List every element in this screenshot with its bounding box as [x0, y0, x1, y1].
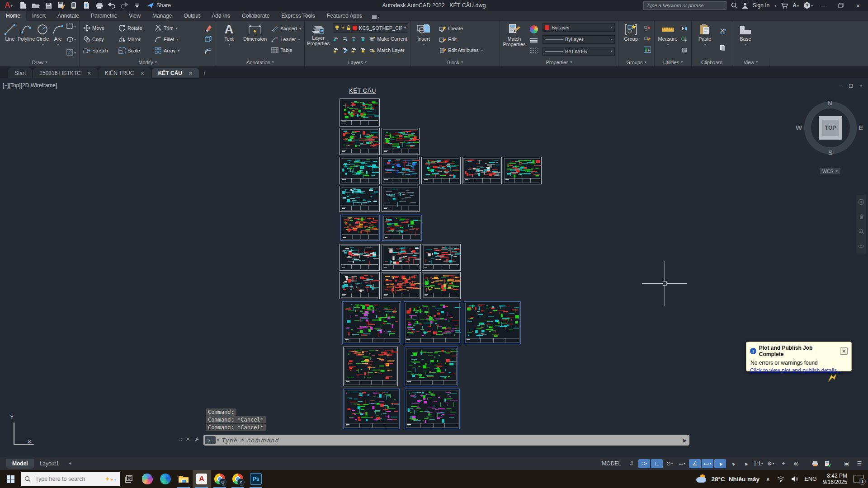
layer-sun2-icon[interactable] [351, 47, 357, 53]
block-edit-button[interactable]: Edit [439, 34, 483, 45]
layout-sheet-thumbnail[interactable] [340, 128, 380, 155]
ribbon-tab-featured-apps[interactable]: Featured Apps [321, 11, 368, 21]
polar-tracking-icon[interactable]: ⊙▾ [664, 459, 675, 468]
make-current-button[interactable]: Make Current [369, 33, 407, 44]
grip-dots-icon[interactable]: ∷ [179, 436, 182, 442]
layout-sheet-thumbnail[interactable] [404, 301, 461, 344]
drawing-close-icon[interactable]: × [859, 83, 863, 89]
undo-icon[interactable] [108, 1, 116, 9]
customization-menu-icon[interactable]: ☰ [854, 459, 865, 468]
scale-button[interactable]: Scale [118, 45, 148, 56]
layer-lock2-icon[interactable] [360, 47, 366, 53]
explode-box-icon[interactable] [204, 34, 212, 45]
open-file-icon[interactable] [32, 1, 40, 9]
ribbon-tab-insert[interactable]: Insert [26, 11, 52, 21]
layout-sheet-thumbnail[interactable] [382, 244, 421, 271]
language-indicator[interactable]: ENG [805, 476, 817, 482]
layout-sheet-thumbnail[interactable] [382, 186, 420, 212]
layer-select-caret-icon[interactable]: ▾ [404, 26, 406, 30]
save-icon[interactable] [44, 1, 52, 9]
layout-sheet-thumbnail[interactable] [382, 157, 420, 184]
autocad-logo-icon[interactable]: A▾ [3, 0, 14, 10]
layout-sheet-thumbnail[interactable] [342, 301, 401, 344]
polyline-button[interactable]: Polyline [18, 22, 35, 56]
match-properties-button[interactable]: Match Properties [502, 22, 526, 56]
file-tab[interactable]: 250816 HSTKTC✕ [33, 68, 98, 78]
ribbon-tab-collaborate[interactable]: Collaborate [236, 11, 275, 21]
command-window-grip[interactable]: ∷ ✕ [179, 436, 200, 442]
layout-sheet-thumbnail[interactable] [405, 347, 458, 386]
match-layer-button[interactable]: Match Layer [369, 45, 405, 56]
view-panel-title[interactable]: View ▾ [732, 58, 769, 66]
ribbon-tab-express-tools[interactable]: Express Tools [275, 11, 321, 21]
quick-calculator-icon[interactable] [681, 47, 688, 53]
drawing-restore-icon[interactable]: ⊡ [849, 83, 853, 89]
start-button[interactable] [0, 470, 21, 488]
layer-pencil-icon[interactable] [342, 47, 348, 53]
arc-button[interactable]: Arc▾ [50, 22, 66, 56]
object-snap-icon[interactable]: ▲ [714, 459, 726, 468]
layer-unlock-icon[interactable] [347, 25, 351, 30]
fillet-button[interactable]: Fillet▾ [155, 34, 178, 45]
drawing-minimize-icon[interactable]: − [839, 83, 842, 89]
clean-screen-icon[interactable]: ▣ [841, 459, 853, 468]
layout-sheet-thumbnail[interactable] [340, 157, 380, 184]
ribbon-tab-add-ins[interactable]: Add-ins [206, 11, 236, 21]
redo-icon[interactable] [120, 1, 128, 9]
layout-sheet-thumbnail[interactable] [340, 186, 380, 212]
isolate-objects-icon[interactable]: ◎ [790, 459, 802, 468]
layout-sheet-thumbnail[interactable] [382, 128, 420, 155]
copilot-button[interactable] [138, 470, 156, 488]
stretch-button[interactable]: Stretch [83, 45, 112, 56]
layout-sheet-thumbnail[interactable] [343, 389, 400, 429]
layout-sheet-thumbnail[interactable] [382, 272, 421, 299]
tray-chevron-icon[interactable]: ∧ [766, 476, 770, 483]
layer-properties-button[interactable]: Layer Properties [307, 22, 330, 56]
layer-freeze-icon[interactable] [351, 36, 357, 42]
layout-sheet-thumbnail[interactable] [422, 272, 461, 299]
taskbar-search-input[interactable] [34, 475, 90, 483]
ribbon-tab-view[interactable]: View [123, 11, 146, 21]
command-recent-caret-icon[interactable]: ▾ [217, 438, 219, 442]
model-space-button[interactable]: MODEL [602, 460, 621, 467]
ortho-icon[interactable]: ∟ [651, 459, 663, 468]
line-button[interactable]: Line [2, 22, 18, 56]
upload-icon[interactable] [82, 1, 90, 9]
ungroup-icon[interactable] [644, 26, 651, 31]
annotation-visibility-icon[interactable]: + [778, 459, 789, 468]
sign-in-caret-icon[interactable]: ▾ [774, 4, 776, 8]
notification-close-button[interactable]: ✕ [840, 347, 848, 355]
groups-panel-title[interactable]: Groups ▾ [618, 58, 655, 66]
navigation-bar[interactable] [856, 195, 866, 253]
orbit-icon[interactable] [858, 243, 864, 249]
autodesk-account-icon[interactable]: A▾ [793, 2, 799, 9]
view-cube[interactable]: N W E S TOP [803, 101, 858, 155]
file-explorer-button[interactable] [175, 470, 193, 488]
layer-on-bulb-icon[interactable] [335, 25, 339, 30]
isodraft-icon[interactable]: ▱▾ [676, 459, 688, 468]
file-tab[interactable]: KẾT CẤU✕ [152, 68, 199, 78]
copy-clip-icon[interactable] [719, 45, 726, 51]
chrome-profile2-button[interactable]: c [229, 470, 247, 488]
layout-sheet-thumbnail[interactable] [340, 272, 380, 299]
ribbon-tab-parametric[interactable]: Parametric [85, 11, 123, 21]
layer-lock-icon[interactable] [360, 36, 366, 42]
command-close-icon[interactable]: ✕ [186, 436, 190, 442]
layout-sheet-thumbnail[interactable] [464, 301, 521, 344]
layout-sheet-thumbnail[interactable] [382, 215, 422, 241]
group-selection-icon[interactable] [644, 47, 651, 53]
help-icon[interactable]: ? ▾ [803, 2, 813, 9]
taskbar-search[interactable]: ✦✦✦ [21, 472, 120, 486]
draw-panel-title[interactable]: Draw ▾ [0, 58, 80, 66]
paste-button[interactable]: Paste▾ [694, 22, 716, 56]
erase-icon[interactable] [204, 23, 212, 33]
circle-button[interactable]: Circle▾ [35, 22, 50, 56]
group-edit-icon[interactable] [644, 36, 651, 42]
viewcube-west[interactable]: W [796, 124, 802, 131]
layout-sheet-thumbnail[interactable] [405, 389, 460, 429]
insert-button[interactable]: Insert▾ [413, 22, 434, 56]
hatch-icon[interactable]: ▾ [66, 49, 76, 56]
autocad-taskbar-button[interactable]: A [193, 470, 211, 488]
leader-button[interactable]: Leader▾ [271, 34, 301, 45]
grid-icon[interactable]: # [626, 459, 637, 468]
